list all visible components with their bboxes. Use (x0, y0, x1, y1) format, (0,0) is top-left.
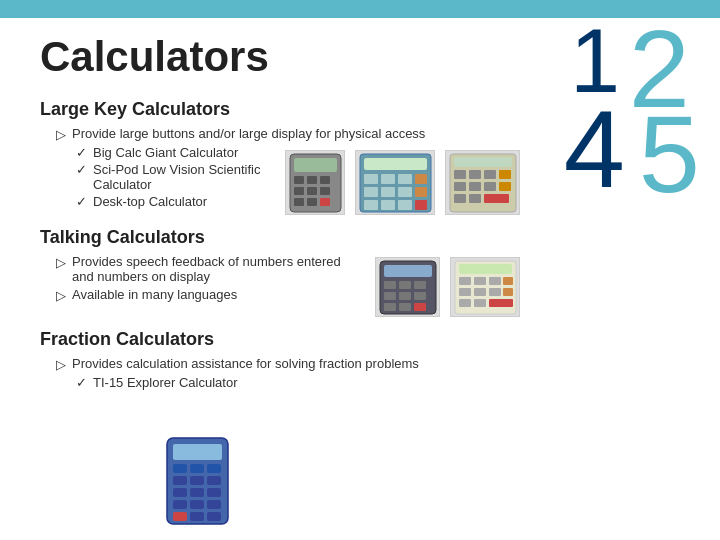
arrow-icon-talking-1: ▷ (56, 255, 66, 270)
svg-rect-32 (469, 182, 481, 191)
svg-rect-54 (503, 277, 513, 285)
svg-rect-23 (398, 200, 412, 210)
svg-rect-5 (294, 187, 304, 195)
svg-rect-57 (489, 288, 501, 296)
svg-rect-56 (474, 288, 486, 296)
deco-number-4: 4 (564, 85, 625, 212)
svg-rect-47 (399, 303, 411, 311)
arrow-icon-fraction-1: ▷ (56, 357, 66, 372)
svg-rect-6 (307, 187, 317, 195)
calc-image-2 (355, 150, 435, 215)
talking-bullets: ▷ Provides speech feedback of numbers en… (40, 254, 360, 306)
svg-rect-21 (364, 200, 378, 210)
svg-rect-58 (503, 288, 513, 296)
svg-rect-39 (384, 265, 432, 277)
svg-rect-10 (320, 198, 330, 206)
fraction-calc-image (165, 436, 230, 530)
fraction-sub-1-text: TI-15 Explorer Calculator (93, 375, 238, 390)
svg-rect-22 (381, 200, 395, 210)
svg-rect-70 (173, 488, 187, 497)
svg-rect-71 (190, 488, 204, 497)
fraction-sub-1: ✓ TI-15 Explorer Calculator (76, 375, 520, 390)
svg-rect-16 (415, 174, 427, 184)
arrow-icon-talking-2: ▷ (56, 288, 66, 303)
section-talking: Talking Calculators ▷ Provides speech fe… (40, 227, 520, 317)
svg-rect-24 (415, 200, 427, 210)
svg-rect-45 (414, 292, 426, 300)
talking-calc-image-2 (450, 257, 520, 317)
svg-rect-37 (484, 194, 509, 203)
svg-rect-78 (207, 512, 221, 521)
svg-rect-41 (399, 281, 411, 289)
svg-rect-17 (364, 187, 378, 197)
svg-rect-18 (381, 187, 395, 197)
svg-rect-2 (294, 176, 304, 184)
svg-rect-61 (489, 299, 513, 307)
svg-rect-9 (307, 198, 317, 206)
svg-rect-51 (459, 277, 471, 285)
large-key-sub-bullets: ✓ Big Calc Giant Calculator ✓ Sci-Pod Lo… (40, 145, 270, 211)
svg-rect-33 (484, 182, 496, 191)
svg-rect-66 (207, 464, 221, 473)
section-fraction: Fraction Calculators ▷ Provides calculat… (40, 329, 520, 390)
svg-rect-77 (190, 512, 204, 521)
large-key-sub-2: ✓ Sci-Pod Low Vision Scientific Calculat… (76, 162, 270, 192)
fraction-bullet-1-text: Provides calculation assistance for solv… (72, 356, 419, 371)
svg-rect-50 (459, 264, 512, 274)
svg-rect-40 (384, 281, 396, 289)
svg-rect-27 (454, 170, 466, 179)
talking-bullet-2-text: Available in many languages (72, 287, 237, 302)
svg-rect-53 (489, 277, 501, 285)
svg-rect-26 (454, 157, 512, 167)
calc-image-3 (445, 150, 520, 215)
svg-rect-43 (384, 292, 396, 300)
large-key-sub-1: ✓ Big Calc Giant Calculator (76, 145, 270, 160)
svg-rect-20 (415, 187, 427, 197)
svg-rect-64 (173, 464, 187, 473)
large-key-sub-3: ✓ Desk-top Calculator (76, 194, 270, 209)
svg-rect-28 (469, 170, 481, 179)
svg-rect-36 (469, 194, 481, 203)
check-icon-2: ✓ (76, 162, 87, 177)
svg-rect-69 (207, 476, 221, 485)
fraction-bullet-1: ▷ Provides calculation assistance for so… (56, 356, 520, 372)
svg-rect-3 (307, 176, 317, 184)
main-content: Calculators Large Key Calculators ▷ Prov… (40, 25, 520, 402)
large-key-sub-1-text: Big Calc Giant Calculator (93, 145, 238, 160)
svg-rect-52 (474, 277, 486, 285)
svg-rect-59 (459, 299, 471, 307)
svg-rect-31 (454, 182, 466, 191)
svg-rect-68 (190, 476, 204, 485)
talking-bullet-2: ▷ Available in many languages (56, 287, 360, 303)
svg-rect-55 (459, 288, 471, 296)
check-icon-fraction-1: ✓ (76, 375, 87, 390)
svg-rect-19 (398, 187, 412, 197)
svg-rect-42 (414, 281, 426, 289)
talking-calc-image-1 (375, 257, 440, 317)
svg-rect-15 (398, 174, 412, 184)
arrow-icon-1: ▷ (56, 127, 66, 142)
large-key-bullet-1-text: Provide large buttons and/or large displ… (72, 126, 425, 141)
svg-rect-76 (173, 512, 187, 521)
svg-rect-48 (414, 303, 426, 311)
svg-rect-46 (384, 303, 396, 311)
svg-rect-67 (173, 476, 187, 485)
svg-rect-1 (294, 158, 337, 172)
svg-rect-8 (294, 198, 304, 206)
talking-bullet-1: ▷ Provides speech feedback of numbers en… (56, 254, 360, 284)
svg-rect-12 (364, 158, 427, 170)
svg-rect-74 (190, 500, 204, 509)
large-key-heading: Large Key Calculators (40, 99, 520, 120)
check-icon-3: ✓ (76, 194, 87, 209)
main-title: Calculators (40, 33, 520, 81)
large-key-sub-2-text: Sci-Pod Low Vision Scientific Calculator (93, 162, 270, 192)
svg-rect-7 (320, 187, 330, 195)
svg-rect-35 (454, 194, 466, 203)
svg-rect-63 (173, 444, 222, 460)
fraction-heading: Fraction Calculators (40, 329, 520, 350)
svg-rect-29 (484, 170, 496, 179)
svg-rect-44 (399, 292, 411, 300)
check-icon-1: ✓ (76, 145, 87, 160)
svg-rect-34 (499, 182, 511, 191)
svg-rect-75 (207, 500, 221, 509)
